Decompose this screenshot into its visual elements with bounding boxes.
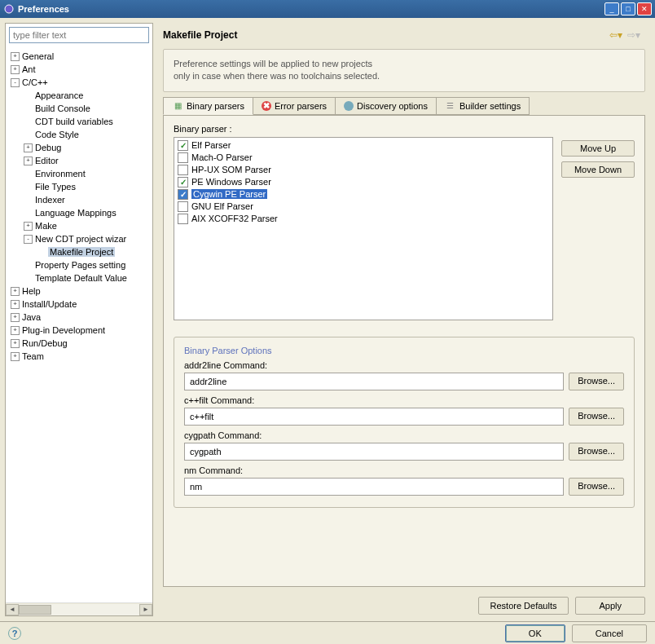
options-legend: Binary Parser Options bbox=[181, 346, 275, 355]
tree-item[interactable]: Build Console bbox=[7, 102, 151, 115]
filter-input[interactable] bbox=[9, 27, 149, 43]
scroll-right-button[interactable]: ► bbox=[139, 604, 152, 615]
tree-item[interactable]: Indexer bbox=[7, 193, 151, 206]
cygpath-browse-button[interactable]: Browse... bbox=[569, 443, 624, 461]
checkbox[interactable] bbox=[178, 152, 188, 163]
tree-item[interactable]: +Help bbox=[7, 285, 151, 298]
tab-error-parsers[interactable]: ✖ Error parsers bbox=[253, 97, 336, 115]
binary-parser-list[interactable]: ✓Elf ParserMach-O ParserHP-UX SOM Parser… bbox=[174, 137, 553, 320]
expand-icon[interactable]: + bbox=[11, 326, 20, 335]
expand-icon[interactable]: + bbox=[24, 143, 33, 152]
move-up-button[interactable]: Move Up bbox=[561, 140, 635, 157]
tree-item-label: CDT build variables bbox=[35, 117, 113, 126]
ok-button[interactable]: OK bbox=[505, 624, 565, 642]
tree-item[interactable]: +Run/Debug bbox=[7, 337, 151, 350]
maximize-button[interactable]: □ bbox=[621, 2, 635, 15]
addr2line-browse-button[interactable]: Browse... bbox=[569, 373, 624, 390]
parser-item[interactable]: ✓Cygwin PE Parser bbox=[176, 188, 551, 201]
tree-item-label: Ant bbox=[22, 64, 36, 74]
tree-item[interactable]: Appearance bbox=[7, 89, 151, 102]
tree-item[interactable]: +Plug-in Development bbox=[7, 324, 151, 337]
cancel-button[interactable]: Cancel bbox=[572, 624, 647, 642]
expand-icon[interactable]: + bbox=[11, 339, 20, 348]
scroll-track[interactable] bbox=[19, 604, 139, 615]
tree-spacer bbox=[24, 91, 33, 100]
expand-icon[interactable]: + bbox=[24, 157, 33, 165]
tree-spacer bbox=[37, 248, 46, 257]
parser-item[interactable]: ✓Elf Parser bbox=[176, 139, 551, 152]
window-title: Preferences bbox=[18, 4, 603, 14]
svg-point-0 bbox=[5, 5, 13, 13]
minimize-button[interactable]: _ bbox=[604, 2, 619, 15]
nm-input[interactable] bbox=[184, 478, 564, 496]
tab-builder-settings[interactable]: ☰ Builder settings bbox=[436, 97, 530, 115]
tab-discovery-options[interactable]: Discovery options bbox=[335, 97, 437, 115]
forward-button[interactable]: ⇨▾ bbox=[627, 29, 640, 41]
tree-item[interactable]: +Editor bbox=[7, 154, 151, 167]
scroll-left-button[interactable]: ◄ bbox=[6, 604, 19, 615]
checkbox[interactable]: ✓ bbox=[178, 177, 188, 187]
nm-browse-button[interactable]: Browse... bbox=[569, 478, 624, 496]
checkbox[interactable] bbox=[178, 214, 188, 224]
parser-label: GNU Elf Parser bbox=[191, 201, 253, 211]
tree-item[interactable]: +Make bbox=[7, 219, 151, 232]
expand-icon[interactable]: + bbox=[11, 52, 20, 61]
cppfilt-browse-button[interactable]: Browse... bbox=[569, 408, 624, 426]
restore-defaults-button[interactable]: Restore Defaults bbox=[478, 597, 569, 615]
tab-content: Binary parser : ✓Elf ParserMach-O Parser… bbox=[163, 115, 645, 587]
tree-spacer bbox=[24, 183, 33, 192]
parser-item[interactable]: HP-UX SOM Parser bbox=[176, 164, 551, 176]
tree-item[interactable]: File Types bbox=[7, 180, 151, 193]
parser-label: PE Windows Parser bbox=[191, 177, 271, 187]
tree-item[interactable]: +Debug bbox=[7, 141, 151, 154]
expand-icon[interactable]: + bbox=[11, 287, 20, 296]
tab-bar: ▦ Binary parsers ✖ Error parsers Discove… bbox=[163, 97, 645, 115]
tree-item-label: Team bbox=[22, 351, 44, 361]
expand-icon[interactable]: + bbox=[11, 313, 20, 322]
checkbox[interactable]: ✓ bbox=[178, 140, 188, 151]
tree-item[interactable]: +General bbox=[7, 50, 151, 63]
tree-item[interactable]: Property Pages setting bbox=[7, 258, 151, 271]
tree-item[interactable]: -C/C++ bbox=[7, 76, 151, 89]
tree-item[interactable]: Language Mappings bbox=[7, 206, 151, 219]
collapse-icon[interactable]: - bbox=[24, 235, 33, 244]
scroll-thumb[interactable] bbox=[19, 605, 51, 615]
parser-item[interactable]: ✓PE Windows Parser bbox=[176, 176, 551, 188]
tree-item[interactable]: Code Style bbox=[7, 128, 151, 141]
parser-item[interactable]: AIX XCOFF32 Parser bbox=[176, 213, 551, 225]
cygpath-input[interactable] bbox=[184, 443, 564, 461]
expand-icon[interactable]: + bbox=[11, 65, 20, 74]
back-button[interactable]: ⇦▾ bbox=[609, 29, 622, 41]
tree-item[interactable]: CDT build variables bbox=[7, 115, 151, 128]
preferences-tree[interactable]: +General+Ant-C/C++AppearanceBuild Consol… bbox=[6, 46, 152, 602]
tree-item[interactable]: +Team bbox=[7, 350, 151, 363]
tree-item[interactable]: Environment bbox=[7, 167, 151, 180]
checkbox[interactable] bbox=[178, 201, 188, 212]
tree-item[interactable]: -New CDT project wizar bbox=[7, 232, 151, 245]
tree-item[interactable]: +Ant bbox=[7, 63, 151, 76]
horizontal-scrollbar[interactable]: ◄ ► bbox=[6, 602, 152, 615]
parser-item[interactable]: GNU Elf Parser bbox=[176, 201, 551, 213]
close-button[interactable]: ✕ bbox=[637, 2, 652, 15]
help-icon[interactable]: ? bbox=[8, 627, 21, 640]
expand-icon[interactable]: + bbox=[24, 222, 33, 231]
tree-item[interactable]: Makefile Project bbox=[7, 245, 151, 258]
addr2line-input[interactable] bbox=[184, 373, 564, 390]
info-message: Preference settings will be applied to n… bbox=[163, 49, 645, 92]
tab-binary-parsers[interactable]: ▦ Binary parsers bbox=[163, 97, 253, 115]
tree-item-label: Appearance bbox=[35, 90, 83, 100]
checkbox[interactable] bbox=[178, 165, 188, 175]
tree-item[interactable]: Template Default Value bbox=[7, 271, 151, 285]
app-icon bbox=[3, 3, 15, 15]
collapse-icon[interactable]: - bbox=[11, 78, 20, 87]
cppfilt-input[interactable] bbox=[184, 408, 564, 426]
expand-icon[interactable]: + bbox=[11, 352, 20, 361]
tree-item[interactable]: +Java bbox=[7, 311, 151, 324]
expand-icon[interactable]: + bbox=[11, 300, 20, 309]
checkbox[interactable]: ✓ bbox=[178, 189, 188, 200]
apply-button[interactable]: Apply bbox=[575, 597, 645, 615]
tree-item[interactable]: +Install/Update bbox=[7, 298, 151, 311]
parser-item[interactable]: Mach-O Parser bbox=[176, 152, 551, 164]
move-down-button[interactable]: Move Down bbox=[561, 161, 635, 178]
tree-item-label: Make bbox=[35, 221, 57, 231]
